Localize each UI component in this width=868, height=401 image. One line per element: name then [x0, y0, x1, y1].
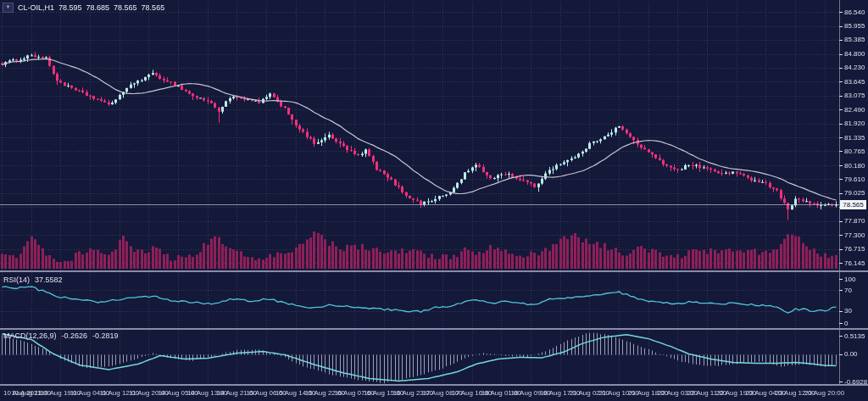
macd-tick-label: 0.00: [844, 350, 858, 358]
price-tick-label: 76.145: [844, 259, 865, 267]
rsi-tick-label: 70: [844, 287, 852, 294]
chart-overlay: [0, 0, 868, 401]
symbol-title: CL-OIL,H1: [18, 3, 54, 12]
macd-name: MACD(12,26,9): [3, 331, 57, 340]
ohlc-low: 78.565: [114, 3, 137, 12]
price-tick-label: 83.645: [844, 78, 865, 86]
price-tick-label: 85.955: [844, 22, 865, 30]
collapse-quotes-icon[interactable]: ▼: [3, 3, 14, 13]
current-price-badge: 78.565: [840, 200, 866, 209]
time-tick-label: 23 Aug 20:00: [804, 389, 844, 397]
price-tick-label: 81.920: [844, 120, 865, 127]
price-tick-label: 85.385: [844, 36, 865, 43]
price-tick-label: 84.230: [844, 64, 865, 71]
price-tick-label: 86.540: [844, 8, 865, 16]
rsi-tick-label: 100: [844, 276, 855, 283]
price-tick-label: 77.300: [844, 231, 865, 239]
price-tick-label: 81.335: [844, 134, 865, 142]
rsi-tick-label: 30: [844, 307, 852, 315]
rsi-name: RSI(14): [3, 276, 30, 284]
macd-signal-value: -0.2819: [92, 331, 119, 340]
macd-tick-label: -0.6928: [844, 378, 867, 386]
macd-indicator-label: MACD(12,26,9) -0.2626 -0.2819: [3, 331, 119, 340]
price-tick-label: 79.025: [844, 189, 865, 197]
rsi-tick-label: 0: [844, 320, 848, 327]
macd-main-value: -0.2626: [62, 331, 88, 340]
price-tick-label: 83.075: [844, 92, 865, 99]
price-tick-label: 79.610: [844, 175, 865, 183]
ohlc-close: 78.565: [142, 3, 165, 12]
price-tick-label: 84.800: [844, 50, 865, 58]
time-axis[interactable]: 10 Aug 202310 Aug 11:0010 Aug 19:0011 Au…: [0, 386, 868, 401]
rsi-value: 37.5582: [35, 276, 63, 284]
ohlc-high: 78.685: [86, 3, 110, 12]
rsi-indicator-label: RSI(14) 37.5582: [3, 276, 63, 284]
price-tick-label: 77.870: [844, 217, 865, 225]
ohlc-open: 78.595: [58, 3, 82, 12]
price-tick-label: 80.180: [844, 162, 865, 170]
price-tick-label: 80.765: [844, 148, 865, 155]
symbol-ohlc-bar: ▼ CL-OIL,H1 78.595 78.685 78.565 78.565: [3, 3, 164, 13]
trading-chart-window: ▼ CL-OIL,H1 78.595 78.685 78.565 78.565 …: [0, 0, 868, 401]
price-tick-label: 76.715: [844, 245, 865, 253]
macd-tick-label: 0.5135: [844, 332, 865, 340]
price-axis[interactable]: 86.54085.95585.38584.80084.23083.64583.0…: [839, 0, 868, 386]
price-tick-label: 82.490: [844, 106, 865, 114]
